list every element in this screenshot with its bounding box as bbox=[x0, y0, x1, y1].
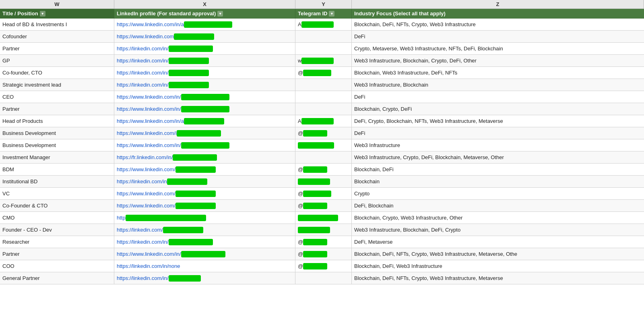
cell-title: Head of Products bbox=[0, 115, 114, 127]
cell-title: Partner bbox=[0, 248, 114, 260]
cell-title: Researcher bbox=[0, 236, 114, 248]
cell-industry: DeFi, Metaverse bbox=[352, 236, 644, 248]
cell-title: Investment Manager bbox=[0, 151, 114, 163]
cell-title: BDM bbox=[0, 164, 114, 175]
table-row: GPhttps://linkedin.com/in/wWeb3 Infrastr… bbox=[0, 55, 644, 67]
header-telegram[interactable]: Telegram ID ▼ bbox=[295, 9, 352, 18]
cell-industry: Crypto, Metaverse, Web3 Infrastructure, … bbox=[352, 43, 644, 54]
cell-title: Partner bbox=[0, 43, 114, 54]
header-title[interactable]: Title / Position ▼ bbox=[0, 9, 114, 18]
cell-linkedin: https://www.linkedin.com/in/ bbox=[114, 248, 295, 260]
redacted-linkedin bbox=[184, 118, 224, 124]
table-row: Partnerhttps://www.linkedin.com/in/@Bloc… bbox=[0, 248, 644, 260]
table-row: CEOhttps://www.linkedin.com/in/DeFi bbox=[0, 91, 644, 103]
table-row: Co-founder, CTOhttps://linkedin.com/in/@… bbox=[0, 67, 644, 79]
cell-linkedin: https://www.linkedin.com/i bbox=[114, 127, 295, 139]
col-w-header: W bbox=[0, 0, 114, 8]
redacted-telegram bbox=[303, 166, 327, 173]
cell-linkedin: https://linkedin.com/in/none bbox=[114, 260, 295, 272]
table-row: BDMhttps://www.linkedin.com/@Blockchain,… bbox=[0, 164, 644, 176]
col-z-header: Z bbox=[352, 0, 644, 8]
header-linkedin[interactable]: LinkedIn profile (For standard approval)… bbox=[114, 9, 295, 18]
cell-telegram bbox=[295, 79, 352, 91]
cell-title: GP bbox=[0, 55, 114, 66]
cell-telegram: @ bbox=[295, 188, 352, 199]
redacted-telegram bbox=[303, 191, 331, 197]
table-row: VChttps://www.linkedin.com/@Crypto bbox=[0, 188, 644, 200]
redacted-telegram bbox=[303, 130, 327, 137]
table-row: Investment Managerhttps://fr.linkedin.co… bbox=[0, 151, 644, 164]
cell-industry: Web3 Infrastructure, Blockchain, DeFi, C… bbox=[352, 224, 644, 236]
redacted-linkedin bbox=[167, 178, 207, 185]
redacted-linkedin bbox=[177, 130, 221, 137]
redacted-linkedin bbox=[169, 275, 201, 282]
cell-industry: DeFi, Crypto, Blockchain, NFTs, Web3 Inf… bbox=[352, 115, 644, 127]
redacted-linkedin bbox=[181, 142, 229, 149]
cell-title: COO bbox=[0, 260, 114, 272]
redacted-telegram bbox=[301, 58, 334, 64]
redacted-telegram bbox=[298, 227, 330, 233]
cell-linkedin: https://linkedin.com/in/ bbox=[114, 43, 295, 54]
cell-telegram: A bbox=[295, 115, 352, 127]
cell-linkedin: https://www.linkedin.com/ bbox=[114, 164, 295, 175]
cell-telegram: @ bbox=[295, 164, 352, 175]
table-row: Business Developmenthttps://www.linkedin… bbox=[0, 139, 644, 151]
col-x-header: X bbox=[114, 0, 295, 8]
cell-title: Partner bbox=[0, 103, 114, 115]
redacted-linkedin bbox=[169, 239, 213, 245]
redacted-linkedin bbox=[181, 94, 229, 100]
cell-title: Co-founder, CTO bbox=[0, 67, 114, 79]
cell-linkedin: https://linkedin.com/in/ bbox=[114, 272, 295, 284]
dropdown-arrow-linkedin[interactable]: ▼ bbox=[217, 11, 223, 17]
redacted-linkedin bbox=[169, 82, 209, 88]
cell-linkedin: https://www.linkedin.com/in/ bbox=[114, 139, 295, 151]
cell-title: CEO bbox=[0, 91, 114, 103]
table-row: Co-Founder & CTOhttps://www.linkedin.com… bbox=[0, 200, 644, 212]
cell-industry: Web3 Infrastructure, Crypto, DeFi, Block… bbox=[352, 151, 644, 163]
table-row: Researcherhttps://linkedin.com/in/@DeFi,… bbox=[0, 236, 644, 248]
redacted-linkedin bbox=[175, 203, 216, 209]
cell-industry: Blockchain bbox=[352, 176, 644, 187]
redacted-telegram bbox=[298, 178, 330, 185]
cell-linkedin: https://www.linkedin.com/ bbox=[114, 188, 295, 199]
cell-telegram: w bbox=[295, 55, 352, 66]
redacted-linkedin bbox=[126, 215, 206, 221]
redacted-telegram bbox=[303, 263, 327, 269]
redacted-telegram bbox=[298, 215, 338, 221]
redacted-linkedin bbox=[181, 251, 225, 257]
cell-linkedin: https://linkedin.com/in bbox=[114, 176, 295, 187]
redacted-linkedin bbox=[174, 33, 214, 40]
cell-industry: DeFi bbox=[352, 127, 644, 139]
dropdown-arrow-telegram[interactable]: ▼ bbox=[329, 11, 334, 17]
cell-title: Founder - CEO - Dev bbox=[0, 224, 114, 236]
cell-telegram bbox=[295, 103, 352, 115]
redacted-telegram bbox=[303, 239, 327, 245]
cell-title: Strategic investment lead bbox=[0, 79, 114, 91]
cell-telegram bbox=[295, 43, 352, 54]
cell-industry: Crypto bbox=[352, 188, 644, 199]
cell-title: CMO bbox=[0, 212, 114, 224]
cell-linkedin: https://www.linkedin.com/ bbox=[114, 200, 295, 211]
redacted-telegram bbox=[303, 203, 327, 209]
cell-industry: DeFi bbox=[352, 91, 644, 103]
cell-telegram bbox=[295, 176, 352, 187]
cell-telegram bbox=[295, 224, 352, 236]
cell-industry: Web3 Infrastructure, Blockchain, Crypto,… bbox=[352, 55, 644, 66]
table-row: Strategic investment leadhttps://linkedi… bbox=[0, 79, 644, 91]
redacted-linkedin bbox=[169, 70, 209, 76]
cell-industry: DeFi, Blockchain bbox=[352, 200, 644, 211]
cell-title: Head of BD & Investments I bbox=[0, 19, 114, 30]
redacted-linkedin bbox=[184, 21, 232, 28]
cell-linkedin: https://linkedin.com/in/ bbox=[114, 55, 295, 66]
cell-linkedin: https://linkedin.com/in/ bbox=[114, 79, 295, 91]
header-industry: Industry Focus (Select all that apply) bbox=[352, 9, 644, 18]
cell-industry: Blockchain, DeFi, NFTs, Crypto, Web3 Inf… bbox=[352, 248, 644, 260]
cell-title: Institutional BD bbox=[0, 176, 114, 187]
table-row: Partnerhttps://linkedin.com/in/Crypto, M… bbox=[0, 43, 644, 55]
cell-linkedin: https://linkedin.com/in/ bbox=[114, 236, 295, 248]
cell-telegram: @ bbox=[295, 67, 352, 79]
cell-telegram bbox=[295, 212, 352, 224]
dropdown-arrow-title[interactable]: ▼ bbox=[40, 11, 45, 17]
cell-linkedin: https://www.linkedin.com bbox=[114, 31, 295, 42]
cell-linkedin: https://linkedin.com/ bbox=[114, 224, 295, 236]
